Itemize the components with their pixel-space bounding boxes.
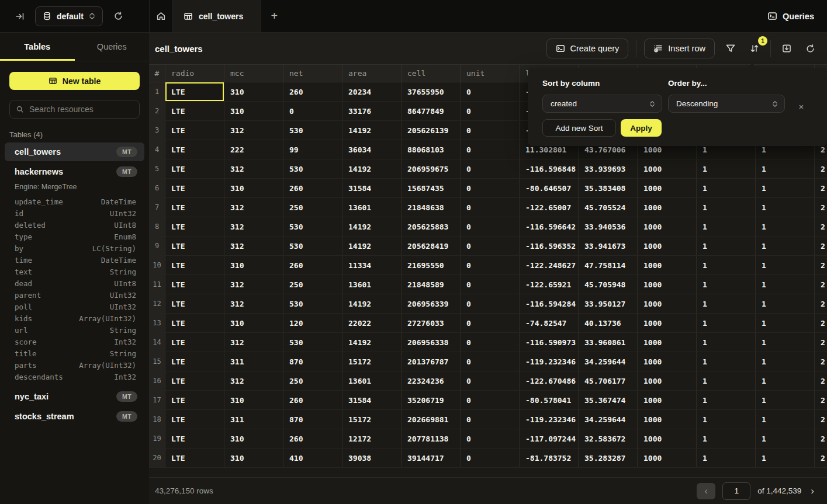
grid-cell[interactable]: 206956338 <box>402 333 461 352</box>
grid-cell[interactable]: 0 <box>461 429 520 448</box>
grid-cell[interactable]: 0 <box>461 352 520 371</box>
grid-cell[interactable]: 312 <box>224 371 283 390</box>
grid-cell[interactable]: 34.259644 <box>579 352 638 371</box>
grid-cell[interactable]: LTE <box>165 429 224 448</box>
grid-cell[interactable]: -116.596642 <box>520 217 579 236</box>
grid-cell[interactable]: 20234 <box>342 82 402 101</box>
grid-cell[interactable]: 14192 <box>342 159 402 178</box>
grid-cell[interactable]: 312 <box>224 294 283 313</box>
grid-cell[interactable]: 14192 <box>342 217 402 236</box>
grid-cell[interactable]: 0 <box>461 198 520 217</box>
search-resources[interactable] <box>9 100 140 119</box>
grid-cell[interactable]: 205625883 <box>402 217 461 236</box>
grid-cell[interactable]: 1 <box>756 256 815 274</box>
grid-cell[interactable]: 2 <box>815 371 827 390</box>
grid-cell[interactable]: 206959675 <box>402 159 461 178</box>
row-index-cell[interactable]: 8 <box>149 217 165 236</box>
column-header-unit[interactable]: unit <box>461 65 520 82</box>
grid-cell[interactable]: 15172 <box>342 410 402 429</box>
grid-cell[interactable]: LTE <box>165 449 224 467</box>
grid-cell[interactable]: 33.950127 <box>579 294 638 313</box>
add-new-sort-button[interactable]: Add new Sort <box>542 119 616 137</box>
grid-cell[interactable]: 35.367474 <box>579 391 638 409</box>
grid-cell[interactable]: 1 <box>756 371 815 390</box>
grid-cell[interactable]: 870 <box>283 410 342 429</box>
grid-cell[interactable]: 14192 <box>342 333 402 352</box>
grid-cell[interactable]: 530 <box>283 237 342 255</box>
grid-cell[interactable]: LTE <box>165 314 224 332</box>
grid-cell[interactable]: 1 <box>756 410 815 429</box>
row-index-cell[interactable]: 12 <box>149 294 165 313</box>
grid-cell[interactable]: 206956339 <box>402 294 461 313</box>
grid-cell[interactable]: 15172 <box>342 352 402 371</box>
grid-cell[interactable]: LTE <box>165 82 224 101</box>
grid-cell[interactable]: 1000 <box>638 429 697 448</box>
grid-cell[interactable]: 22022 <box>342 314 402 332</box>
new-tab-button[interactable]: + <box>261 0 287 32</box>
grid-cell[interactable]: 1000 <box>638 314 697 332</box>
grid-cell[interactable]: 13601 <box>342 371 402 390</box>
grid-cell[interactable]: 31584 <box>342 391 402 409</box>
grid-cell[interactable]: LTE <box>165 140 224 159</box>
grid-cell[interactable]: 37655950 <box>402 82 461 101</box>
grid-cell[interactable]: LTE <box>165 371 224 390</box>
grid-cell[interactable]: 33.939693 <box>579 159 638 178</box>
search-input[interactable] <box>29 105 133 114</box>
column-header-cell[interactable]: cell <box>402 65 461 82</box>
grid-cell[interactable]: 0 <box>461 82 520 101</box>
grid-cell[interactable]: 1000 <box>638 275 697 294</box>
sidebar-item-nyc-taxi[interactable]: nyc_taxi MT <box>5 387 144 406</box>
grid-cell[interactable]: 21848589 <box>402 275 461 294</box>
collapse-sidebar-button[interactable] <box>13 9 27 23</box>
grid-cell[interactable]: 2 <box>815 198 827 217</box>
grid-cell[interactable]: 22324236 <box>402 371 461 390</box>
grid-cell[interactable]: -117.097244 <box>520 429 579 448</box>
grid-cell[interactable]: 0 <box>461 121 520 140</box>
grid-cell[interactable]: 312 <box>224 198 283 217</box>
tab-cell-towers[interactable]: cell_towers <box>173 0 261 32</box>
order-select[interactable]: Descending <box>668 95 785 113</box>
grid-cell[interactable]: 1000 <box>638 179 697 197</box>
grid-cell[interactable]: 15687435 <box>402 179 461 197</box>
grid-cell[interactable]: 1000 <box>638 217 697 236</box>
row-index-cell[interactable]: 2 <box>149 102 165 120</box>
grid-cell[interactable]: 0 <box>461 449 520 467</box>
page-number-input[interactable] <box>722 482 750 500</box>
grid-cell[interactable]: 2 <box>815 217 827 236</box>
grid-cell[interactable]: 33.940536 <box>579 217 638 236</box>
grid-cell[interactable]: LTE <box>165 179 224 197</box>
grid-cell[interactable]: LTE <box>165 121 224 140</box>
grid-cell[interactable]: 0 <box>461 410 520 429</box>
grid-cell[interactable]: -81.783752 <box>520 449 579 467</box>
grid-cell[interactable]: -116.596352 <box>520 237 579 255</box>
grid-cell[interactable]: -74.82547 <box>520 314 579 332</box>
grid-cell[interactable]: 1 <box>697 179 756 197</box>
grid-cell[interactable]: 39144717 <box>402 449 461 467</box>
grid-cell[interactable]: 0 <box>461 314 520 332</box>
row-index-cell[interactable]: 10 <box>149 256 165 274</box>
grid-cell[interactable]: 250 <box>283 275 342 294</box>
row-index-cell[interactable]: 7 <box>149 198 165 217</box>
grid-cell[interactable]: 1 <box>697 371 756 390</box>
grid-cell[interactable]: -119.232346 <box>520 410 579 429</box>
grid-cell[interactable]: 0 <box>461 275 520 294</box>
sidebar-item-hackernews[interactable]: hackernews MT <box>5 162 144 181</box>
row-index-cell[interactable]: 6 <box>149 179 165 197</box>
sidebar-tab-queries[interactable]: Queries <box>75 33 150 61</box>
grid-cell[interactable]: 1 <box>697 198 756 217</box>
grid-cell[interactable]: 33176 <box>342 102 402 120</box>
grid-cell[interactable]: 311 <box>224 352 283 371</box>
grid-cell[interactable]: 88068103 <box>402 140 461 159</box>
row-index-cell[interactable]: 11 <box>149 275 165 294</box>
grid-cell[interactable]: 530 <box>283 159 342 178</box>
database-selector[interactable]: default <box>35 6 103 26</box>
grid-cell[interactable]: 1 <box>697 256 756 274</box>
grid-cell[interactable]: 1 <box>756 294 815 313</box>
download-button[interactable] <box>778 40 795 57</box>
column-header-area[interactable]: area <box>342 65 402 82</box>
row-index-cell[interactable]: 18 <box>149 410 165 429</box>
grid-cell[interactable]: 530 <box>283 217 342 236</box>
grid-cell[interactable]: 1 <box>697 314 756 332</box>
sort-column-select[interactable]: created <box>542 95 662 113</box>
grid-cell[interactable]: 260 <box>283 179 342 197</box>
